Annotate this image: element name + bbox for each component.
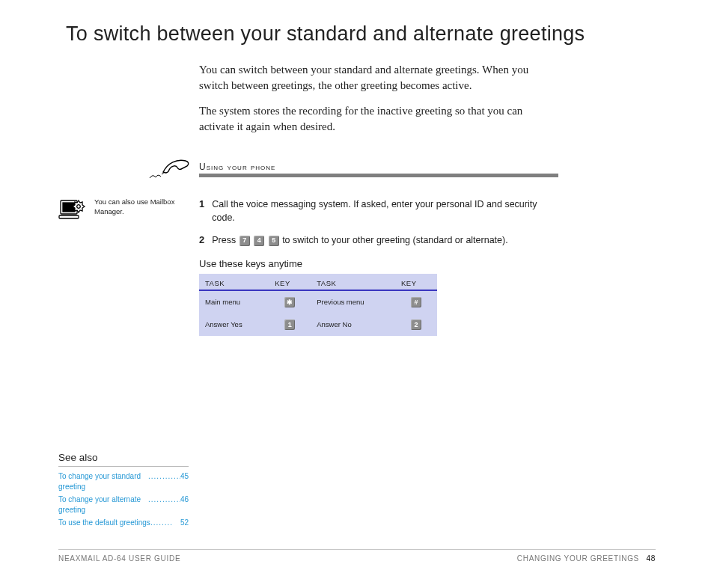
computer-gear-icon — [58, 197, 88, 226]
see-also-page: 52 — [180, 518, 189, 528]
col-task-2: TASK — [311, 274, 395, 290]
table-row: Answer Yes 1 Answer No 2 — [199, 313, 437, 336]
see-also-page: 45 — [180, 471, 189, 492]
task-cell: Previous menu — [311, 290, 395, 313]
step-number: 1 — [199, 197, 204, 212]
step-text: Call the voice messaging system. If aske… — [212, 197, 558, 224]
keycap-1: 1 — [284, 319, 295, 330]
task-cell: Main menu — [199, 290, 269, 313]
step-text: Press 7 4 5 to switch to your other gree… — [212, 233, 507, 247]
leader-dots: ........ — [150, 518, 180, 528]
leader-dots: ........................................ — [148, 494, 180, 515]
svg-point-4 — [77, 204, 81, 208]
anytime-keys-table: TASK KEY TASK KEY Main menu ✱ Previous m… — [199, 274, 437, 336]
intro-paragraph-2: The system stores the recording for the … — [199, 103, 551, 134]
col-key-1: KEY — [269, 274, 311, 290]
keycap-5: 5 — [269, 236, 279, 246]
footer-right: CHANGING YOUR GREETINGS 48 — [517, 554, 656, 563]
step-post-text: to switch to your other greeting (standa… — [282, 235, 508, 245]
task-cell: Answer Yes — [199, 313, 269, 336]
page-title: To switch between your standard and alte… — [66, 22, 656, 46]
table-row: Main menu ✱ Previous menu # — [199, 290, 437, 313]
col-key-2: KEY — [395, 274, 437, 290]
see-also-heading: See also — [58, 452, 189, 467]
keycap-2: 2 — [411, 319, 421, 330]
see-also-label: To change your alternate greeting — [58, 494, 148, 515]
footer-section: CHANGING YOUR GREETINGS — [517, 554, 639, 563]
key-cell: 1 — [269, 313, 311, 336]
step-2: 2 Press 7 4 5 to switch to your other gr… — [199, 233, 558, 248]
key-cell: 2 — [395, 313, 437, 336]
see-also-link-alternate-greeting[interactable]: To change your alternate greeting ......… — [58, 494, 189, 515]
task-cell: Answer No — [311, 313, 395, 336]
footer-page-number: 48 — [646, 554, 656, 563]
key-cell: ✱ — [269, 290, 311, 313]
keycap-hash: # — [411, 297, 421, 307]
col-task-1: TASK — [199, 274, 269, 290]
keycap-7: 7 — [239, 236, 250, 246]
intro-paragraph-1: You can switch between your standard and… — [199, 62, 551, 93]
section-heading-using-phone: Using your phone — [199, 162, 558, 177]
see-also-link-standard-greeting[interactable]: To change your standard greeting .......… — [58, 471, 189, 492]
step-1: 1 Call the voice messaging system. If as… — [199, 197, 558, 224]
see-also-label: To use the default greetings — [58, 518, 150, 528]
see-also-page: 46 — [180, 494, 189, 515]
step-pre-text: Press — [212, 235, 238, 245]
keycap-4: 4 — [254, 236, 264, 246]
anytime-heading: Use these keys anytime — [199, 258, 558, 269]
see-also-link-default-greetings[interactable]: To use the default greetings ........ 52 — [58, 518, 189, 528]
step-number: 2 — [199, 233, 204, 248]
footer-left: NEAXMAIL AD-64 USER GUIDE — [58, 554, 180, 563]
leader-dots: ........................................ — [148, 471, 180, 492]
key-cell: # — [395, 290, 437, 313]
keycap-star: ✱ — [284, 297, 295, 307]
see-also-label: To change your standard greeting — [58, 471, 148, 492]
svg-rect-2 — [59, 215, 79, 218]
page-footer: NEAXMAIL AD-64 USER GUIDE CHANGING YOUR … — [58, 549, 656, 563]
mailbox-manager-note: You can also use Mailbox Manager. — [94, 197, 192, 217]
phone-handset-icon — [148, 156, 192, 184]
see-also: See also To change your standard greetin… — [58, 452, 189, 530]
